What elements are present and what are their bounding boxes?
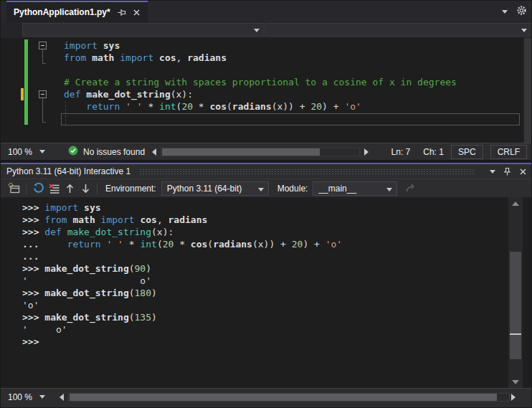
code-token: ( [129, 263, 135, 274]
code-line[interactable]: ' o' [22, 275, 504, 287]
code-line[interactable]: return ' ' * int(20 * cos(radians(x)) + … [64, 100, 523, 113]
code-line[interactable]: ' o' [22, 323, 504, 336]
code-token: 20 [292, 239, 303, 250]
code-token: return [86, 101, 120, 112]
editor-vertical-scrollbar[interactable] [523, 38, 532, 143]
code-token [98, 40, 103, 51]
code-line[interactable]: >>> import sys [22, 201, 504, 214]
scroll-left-icon[interactable] [60, 394, 64, 401]
code-line[interactable]: 'o' [22, 299, 504, 311]
code-token: make_dot_string [86, 89, 170, 100]
nav-member-dropdown[interactable] [265, 23, 532, 37]
window-position-chevron-icon[interactable] [490, 170, 495, 174]
scrollbar-thumb[interactable] [524, 38, 531, 143]
environment-dropdown[interactable]: Python 3.11 (64-bit) [161, 181, 269, 196]
zoom-chevron-icon[interactable] [39, 395, 45, 399]
scroll-down-icon[interactable] [508, 377, 523, 386]
code-line[interactable]: >>> make_dot_string(90) [22, 262, 504, 275]
code-token [95, 214, 101, 225]
nav-type-dropdown[interactable] [22, 23, 265, 37]
interactive-horizontal-scrollbar[interactable] [60, 393, 516, 402]
code-token: radians [168, 214, 208, 225]
code-line[interactable]: >>> [22, 336, 504, 348]
chevron-down-icon [521, 29, 527, 32]
code-token: import [101, 214, 135, 225]
interactive-vertical-scrollbar[interactable] [508, 197, 523, 388]
tab-strip: PythonApplication1.py* [1, 1, 532, 23]
editor-horizontal-scrollbar[interactable] [152, 148, 369, 156]
code-token: 20 [181, 101, 193, 112]
tab-list-chevron-icon[interactable] [502, 10, 508, 14]
navigation-bar [1, 22, 532, 38]
scroll-right-icon[interactable] [511, 394, 516, 401]
reset-icon[interactable] [30, 181, 46, 196]
spaces-mode-toggle[interactable]: SPC [451, 145, 483, 159]
code-token: * [174, 239, 190, 250]
code-line[interactable]: ... [22, 250, 504, 262]
code-token: ) [146, 263, 151, 274]
issues-ok-icon[interactable] [68, 146, 78, 158]
code-line[interactable]: def make_dot_string(x): [64, 88, 523, 100]
scrollbar-thumb[interactable] [70, 394, 497, 401]
editor-code-lines: import sysfrom math import cos, radians#… [1, 38, 523, 125]
code-line[interactable]: >>> make_dot_string(135) [22, 311, 504, 323]
code-line[interactable]: ... return ' ' * int(20 * cos(radians(x)… [22, 238, 504, 250]
interactive-title-bar[interactable]: Python 3.11 (64-bit) Interactive 1 [1, 164, 532, 179]
code-line[interactable]: >>> make_dot_string(180) [22, 287, 504, 299]
code-token: (x): [171, 89, 193, 100]
code-token: from [44, 214, 67, 225]
code-line[interactable]: >>> from math import cos, radians [22, 214, 504, 226]
interactive-window-icon[interactable] [6, 181, 22, 196]
zoom-chevron-icon[interactable] [39, 150, 45, 153]
code-line[interactable] [64, 113, 523, 125]
tab-python-application[interactable]: PythonApplication1.py* [6, 1, 148, 22]
pin-icon[interactable] [503, 167, 512, 176]
close-icon[interactable] [519, 168, 527, 176]
scroll-up-icon[interactable] [508, 199, 523, 208]
code-line[interactable]: import sys [64, 39, 523, 52]
code-token: ) + [322, 101, 344, 112]
code-line[interactable]: # Create a string with spaces proportion… [64, 76, 523, 88]
code-token: return [67, 239, 101, 250]
code-editor[interactable]: import sysfrom math import cos, radians#… [1, 38, 532, 143]
tab-close-icon[interactable] [133, 9, 141, 16]
code-token: * [143, 101, 159, 112]
code-token: ( [227, 101, 232, 112]
tab-pin-icon[interactable] [117, 8, 126, 17]
code-token: * [193, 101, 209, 112]
scroll-left-icon[interactable] [152, 148, 156, 156]
repl-prompt: ... [22, 239, 44, 250]
code-line[interactable] [64, 64, 523, 76]
toolbar-separator [97, 183, 98, 194]
code-token [44, 239, 67, 250]
send-to-source-icon [403, 181, 419, 196]
scrollbar-track[interactable] [68, 393, 510, 402]
scrollbar-thumb[interactable] [510, 252, 521, 359]
code-token [120, 101, 125, 112]
scrollbar-track[interactable] [161, 148, 360, 156]
scroll-right-icon[interactable] [364, 148, 369, 156]
code-token: math [92, 52, 114, 63]
issues-message[interactable]: No issues found [83, 147, 145, 157]
code-token: cos [140, 214, 156, 225]
code-token: make_dot_string [44, 312, 128, 323]
history-previous-icon[interactable] [62, 181, 77, 196]
editor-status-bar: 100 % No issues found Ln: 7 Ch: 1 SPC CR… [1, 143, 532, 160]
scrollbar-thumb[interactable] [162, 148, 320, 156]
chevron-down-icon [258, 188, 264, 191]
zoom-level[interactable]: 100 % [8, 392, 32, 402]
gear-icon[interactable] [516, 5, 527, 19]
line-ending-toggle[interactable]: CRLF [490, 145, 527, 159]
code-line[interactable]: >>> def make_dot_string(x): [22, 226, 504, 238]
module-dropdown[interactable]: __main__ [313, 181, 397, 196]
history-next-icon[interactable] [77, 181, 93, 196]
repl-prompt: >>> [22, 288, 44, 298]
interactive-output-area[interactable]: >>> import sys>>> from math import cos, … [1, 197, 532, 388]
code-line[interactable]: from math import cos, radians [64, 52, 523, 64]
code-token: import [64, 40, 98, 51]
code-token: 135 [135, 312, 151, 323]
module-label: Module: [277, 184, 308, 194]
code-token: 'o' [22, 300, 39, 310]
clear-screen-icon[interactable] [46, 181, 62, 196]
zoom-level[interactable]: 100 % [8, 147, 32, 157]
